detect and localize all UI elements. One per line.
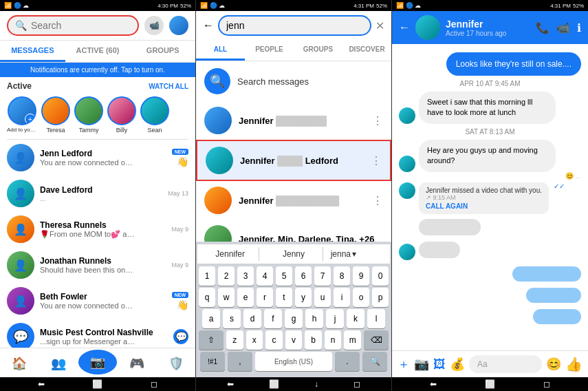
key-d[interactable]: d	[243, 309, 261, 328]
key-n[interactable]: n	[325, 330, 342, 350]
key-r[interactable]: r	[257, 288, 273, 307]
p2-search-input[interactable]	[226, 20, 363, 31]
story-3[interactable]: Billy	[107, 96, 136, 134]
key-k[interactable]: k	[347, 309, 364, 328]
key-symbols[interactable]: !#1	[200, 352, 225, 371]
list-item[interactable]: 👤 Dave Ledford ... May 13	[0, 176, 195, 211]
plus-icon[interactable]: ＋	[398, 356, 410, 372]
sys-recents[interactable]: ◻	[151, 379, 157, 389]
video-call-button[interactable]: 📹	[556, 21, 570, 34]
key-w[interactable]: w	[218, 288, 235, 307]
list-item[interactable]: 👤 Jenn Ledford You are now connected on …	[0, 140, 195, 176]
key-6[interactable]: 6	[295, 266, 312, 286]
back-button[interactable]: ←	[203, 19, 214, 32]
mic-icon[interactable]: 💰	[450, 357, 465, 372]
key-m[interactable]: m	[344, 330, 361, 350]
sys-home-2[interactable]: ⬜	[269, 379, 279, 389]
sys-down-2[interactable]: ↓	[314, 379, 318, 389]
suggestion-jenny[interactable]: Jenny	[265, 247, 323, 261]
tab-groups[interactable]: GROUPS	[294, 40, 342, 61]
story-add[interactable]: + Add to your day	[7, 96, 37, 134]
suggestion-jennifer[interactable]: Jennifer	[202, 247, 259, 261]
key-1[interactable]: 1	[199, 266, 215, 286]
camera-icon[interactable]: 📷	[414, 357, 429, 372]
key-5[interactable]: 5	[276, 266, 292, 286]
p2-search-box[interactable]	[218, 15, 371, 36]
key-o[interactable]: o	[353, 288, 369, 307]
list-item[interactable]: 👤 Jonathan Runnels Should have been this…	[0, 247, 195, 283]
key-period[interactable]: .	[335, 352, 360, 371]
clear-search-button[interactable]: ✕	[375, 19, 384, 32]
key-u[interactable]: u	[314, 288, 331, 307]
call-again-button[interactable]: CALL AGAIN	[426, 202, 542, 210]
more-options-icon[interactable]: ⋮	[371, 154, 382, 167]
nav-games[interactable]: 🎮	[117, 352, 156, 374]
nav-people[interactable]: 👥	[39, 352, 78, 374]
key-3[interactable]: 3	[237, 266, 254, 286]
key-e[interactable]: e	[237, 288, 254, 307]
key-i[interactable]: i	[334, 288, 350, 307]
key-0[interactable]: 0	[372, 266, 389, 286]
tab-people[interactable]: PEOPLE	[245, 40, 294, 61]
key-q[interactable]: q	[199, 288, 215, 307]
key-b[interactable]: b	[305, 330, 322, 350]
list-item[interactable]: 💬 Music Pest Control Nashville ...sign u…	[0, 319, 195, 348]
voice-call-button[interactable]: 📞	[536, 21, 549, 34]
key-shift[interactable]: ⇧	[199, 330, 224, 350]
tab-all[interactable]: ALL	[196, 40, 245, 61]
story-2[interactable]: Tammy	[74, 96, 103, 134]
tab-discover[interactable]: DISCOVER	[342, 40, 391, 61]
key-y[interactable]: y	[295, 288, 312, 307]
emoji-button[interactable]: 😊	[546, 357, 561, 372]
search-result-item[interactable]: Jennifer, Min, Darlene, Tina, +26	[196, 220, 391, 242]
user-avatar[interactable]	[169, 16, 188, 35]
p1-search-box[interactable]: 🔍	[7, 15, 139, 36]
key-space[interactable]: English (US)	[255, 352, 332, 371]
like-button[interactable]: 👍	[565, 356, 582, 372]
key-h[interactable]: h	[305, 309, 323, 328]
key-9[interactable]: 9	[353, 266, 369, 286]
key-c[interactable]: c	[265, 330, 283, 350]
story-4[interactable]: Sean	[140, 96, 169, 134]
sys-recents-3[interactable]: ◻	[543, 379, 550, 389]
p3-back-button[interactable]: ←	[399, 21, 410, 34]
tab-groups[interactable]: GROUPS	[130, 41, 195, 62]
sys-back-2[interactable]: ⬅	[227, 379, 234, 389]
key-x[interactable]: x	[246, 330, 263, 350]
watch-all-btn[interactable]: WATCH ALL	[149, 83, 188, 90]
video-icon[interactable]: 📹	[144, 16, 164, 35]
key-search[interactable]: 🔍	[362, 352, 387, 371]
sys-back-3[interactable]: ⬅	[430, 379, 437, 389]
sys-recents-2[interactable]: ◻	[353, 379, 360, 389]
key-t[interactable]: t	[276, 288, 292, 307]
image-icon[interactable]: 🖼	[433, 357, 446, 372]
search-result-item[interactable]: Jennifer ██████████ ⋮	[196, 181, 391, 220]
key-j[interactable]: j	[326, 309, 344, 328]
list-item[interactable]: 👤 Beth Fowler You are now connected on M…	[0, 283, 195, 319]
info-button[interactable]: ℹ	[577, 21, 581, 34]
notification-bar[interactable]: Notifications are currently off. Tap to …	[0, 63, 195, 77]
suggestion-jenna[interactable]: jenna ▾	[329, 247, 386, 261]
search-input[interactable]	[31, 20, 131, 31]
search-result-item[interactable]: Jennifer ████████ ⋮	[196, 101, 391, 140]
key-g[interactable]: g	[285, 309, 303, 328]
list-item[interactable]: 👤 Theresa Runnels 🌹From one MOM to💕 anot…	[0, 211, 195, 247]
story-1[interactable]: Teresa	[41, 96, 70, 134]
nav-home[interactable]: 🏠	[0, 352, 39, 374]
key-comma[interactable]: ,	[228, 352, 252, 371]
key-f[interactable]: f	[264, 309, 282, 328]
tab-active[interactable]: ACTIVE (60)	[65, 41, 131, 62]
nav-camera[interactable]: 📷	[78, 350, 118, 374]
key-4[interactable]: 4	[257, 266, 273, 286]
search-result-item-highlighted[interactable]: Jennifer ████ Ledford ⋮	[196, 140, 391, 181]
key-v[interactable]: v	[285, 330, 303, 350]
key-s[interactable]: s	[223, 309, 241, 328]
key-l[interactable]: l	[367, 309, 385, 328]
more-options-icon[interactable]: ⋮	[372, 194, 383, 207]
search-messages-item[interactable]: 🔍 Search messages	[196, 61, 391, 101]
key-7[interactable]: 7	[314, 266, 331, 286]
key-a[interactable]: a	[202, 309, 220, 328]
sys-home[interactable]: ⬜	[92, 379, 102, 389]
key-backspace[interactable]: ⌫	[364, 330, 389, 350]
key-2[interactable]: 2	[218, 266, 235, 286]
